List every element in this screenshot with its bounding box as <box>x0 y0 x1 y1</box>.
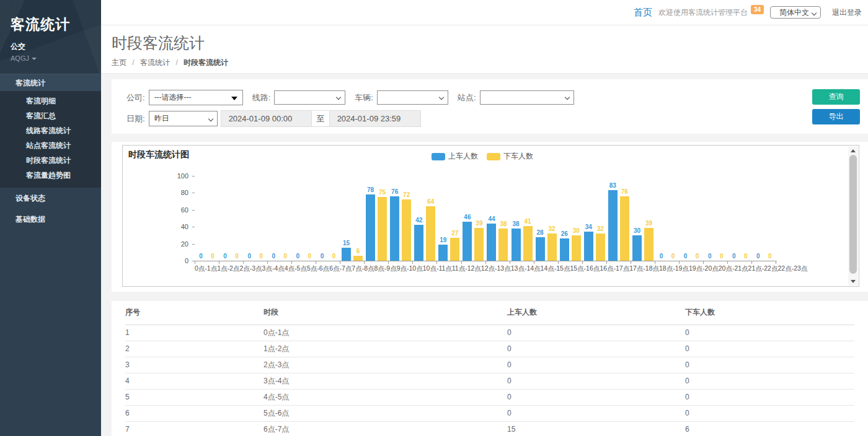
vehicle-label: 车辆: <box>355 92 373 103</box>
sidebar-item-line-stats[interactable]: 线路客流统计 <box>0 123 101 138</box>
language-select[interactable]: 简体中文 <box>770 6 821 19</box>
bar-column: 0 <box>729 176 738 261</box>
bar-column: 0 <box>717 176 726 261</box>
bar-value-label: 76 <box>621 188 628 195</box>
x-axis-label: 3点-4点 <box>262 264 285 273</box>
scrollbar-thumb[interactable] <box>849 155 857 274</box>
legend-item-boarding[interactable]: 上车人数 <box>432 151 478 162</box>
table-cell: 6 <box>125 405 264 421</box>
chart-box: 时段车流统计图 上车人数 下车人数 020406080100 000000000… <box>122 145 859 287</box>
bar-column: 38 <box>498 176 508 261</box>
sidebar-item-device-status[interactable]: 设备状态 <box>0 188 101 209</box>
logout-link[interactable]: 退出登录 <box>832 7 862 18</box>
bar-value-label: 34 <box>585 224 592 230</box>
bar-column: 0 <box>245 176 254 261</box>
table-header: 下车人数 <box>685 301 854 325</box>
chart-panel: 时段车流统计图 上车人数 下车人数 020406080100 000000000… <box>112 142 868 292</box>
bar-column: 27 <box>450 176 459 261</box>
table-row: 32点-3点00 <box>125 357 854 373</box>
bar-column: 76 <box>620 176 629 261</box>
bar-value-label: 44 <box>488 216 495 222</box>
bar <box>644 228 653 261</box>
x-axis-tick <box>510 261 534 264</box>
sidebar: 客流统计 公交 AQGJ 客流统计 客流明细 客流汇总 线路客流统计 站点客流统… <box>0 0 101 436</box>
x-axis-label: 15点-16点 <box>570 264 600 273</box>
bar-value-label: 83 <box>609 182 616 189</box>
sidebar-item-passenger-summary[interactable]: 客流汇总 <box>0 108 101 123</box>
bar-value-label: 32 <box>549 225 556 232</box>
sidebar-item-passenger-stats[interactable]: 客流统计 <box>0 74 101 91</box>
bar-group: 4264 <box>413 176 437 261</box>
bar-column: 64 <box>426 176 435 261</box>
bar <box>523 226 533 261</box>
scroll-down-icon[interactable] <box>848 277 858 286</box>
sidebar-item-trend-chart[interactable]: 客流量趋势图 <box>0 168 101 183</box>
bar-group: 8376 <box>606 176 631 261</box>
x-axis-tick <box>413 261 437 264</box>
bar-value-label: 38 <box>500 220 507 227</box>
x-axis-label: 21点-22点 <box>748 264 778 273</box>
bar-value-label: 72 <box>403 191 410 198</box>
bar <box>366 194 375 261</box>
bar-group: 00 <box>680 176 704 261</box>
station-label: 站点: <box>458 92 476 103</box>
home-link[interactable]: 首页 <box>634 7 652 19</box>
bar <box>463 222 472 261</box>
x-axis-tick <box>268 261 292 264</box>
bar-column: 32 <box>547 176 557 261</box>
bar-column: 0 <box>221 176 230 261</box>
x-axis-tick <box>534 261 559 264</box>
station-select[interactable] <box>480 90 574 105</box>
x-axis-label: 4点-5点 <box>285 264 307 273</box>
bar-column: 76 <box>390 176 399 261</box>
x-axis-label: 2点-3点 <box>239 264 262 273</box>
legend-item-alighting[interactable]: 下车人数 <box>487 151 533 162</box>
sidebar-logo-block: 客流统计 公交 AQGJ <box>0 0 101 74</box>
sidebar-item-base-data[interactable]: 基础数据 <box>0 209 101 230</box>
date-start-input[interactable]: 2024-01-09 00:00 <box>221 110 312 127</box>
chart-plot-area: 0000000000001567875767242641927463944383… <box>195 176 776 261</box>
table-cell: 3 <box>125 357 264 373</box>
table-cell: 6点-7点 <box>264 421 507 436</box>
x-axis-tick <box>437 261 461 264</box>
table-cell: 7 <box>125 421 264 436</box>
line-label: 线路: <box>252 92 271 103</box>
bar <box>560 238 569 261</box>
breadcrumb-passenger-stats[interactable]: 客流统计 <box>140 58 170 67</box>
breadcrumb-separator: / <box>132 58 134 67</box>
x-axis-label: 19点-20点 <box>689 264 719 273</box>
bar-value-label: 0 <box>756 253 760 259</box>
bar-value-label: 78 <box>367 186 374 193</box>
export-button[interactable]: 导出 <box>812 109 860 124</box>
query-button[interactable]: 查询 <box>812 89 860 105</box>
sidebar-item-passenger-detail[interactable]: 客流明细 <box>0 94 101 108</box>
chart-x-ticks <box>195 261 776 264</box>
chevron-down-icon <box>336 95 341 100</box>
breadcrumb-home[interactable]: 主页 <box>112 58 126 67</box>
bar <box>426 206 435 261</box>
sidebar-item-period-stats[interactable]: 时段客流统计 <box>0 153 101 168</box>
bar-column: 30 <box>632 176 642 261</box>
org-code-dropdown[interactable]: AQGJ <box>11 54 101 62</box>
bar-column: 0 <box>681 176 690 261</box>
vehicle-select[interactable] <box>377 90 448 105</box>
company-select[interactable]: ---请选择--- <box>149 90 243 105</box>
x-axis-label: 6点-7点 <box>329 264 352 273</box>
chart-scrollbar[interactable] <box>848 146 858 286</box>
page-title: 时段客流统计 <box>112 33 868 53</box>
x-axis-tick <box>462 261 486 264</box>
date-preset-select[interactable]: 昨日 <box>149 111 218 126</box>
app-logo: 客流统计 <box>11 15 101 34</box>
bar <box>390 196 399 261</box>
bar <box>487 224 496 261</box>
sidebar-item-station-stats[interactable]: 站点客流统计 <box>0 138 101 153</box>
bar-column: 39 <box>644 176 653 261</box>
line-select[interactable] <box>274 90 345 105</box>
x-axis-tick <box>607 261 631 264</box>
scroll-up-icon[interactable] <box>848 146 858 155</box>
date-end-input[interactable]: 2024-01-09 23:59 <box>329 110 421 127</box>
table-cell: 2 <box>125 341 264 357</box>
x-axis-label: 7点-8点 <box>352 264 374 273</box>
y-axis-label: 80 <box>123 189 188 196</box>
x-axis-tick <box>219 261 244 264</box>
